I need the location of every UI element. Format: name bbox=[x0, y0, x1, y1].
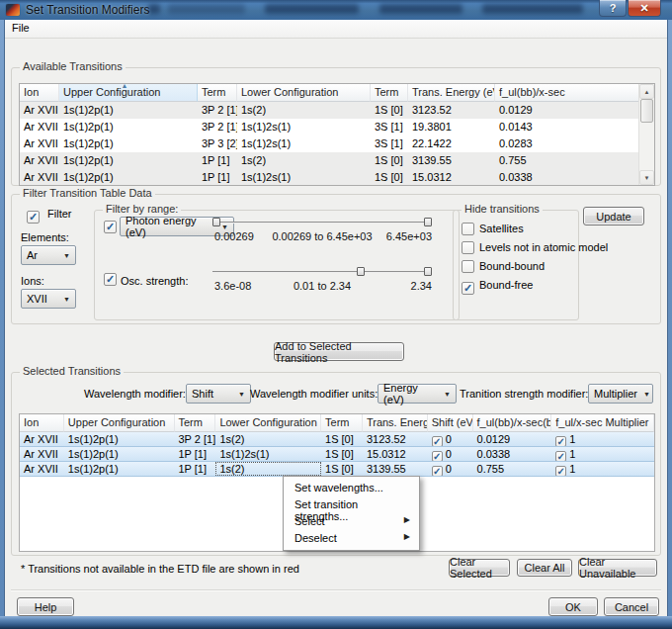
cancel-button[interactable]: Cancel bbox=[604, 597, 659, 616]
menubar: File bbox=[5, 20, 667, 39]
table-cell: 1s(1)2p(1) bbox=[59, 135, 198, 152]
table-cell: 1s(2) bbox=[215, 432, 321, 446]
checkbox-icon[interactable]: ✓ bbox=[104, 221, 117, 233]
titlebar-close-button[interactable]: ✕ bbox=[628, 0, 661, 17]
table-row[interactable]: Ar XVII1s(1)2p(1)3P 2 [1]1s(2)1S [0]3123… bbox=[20, 432, 654, 447]
table-row[interactable]: Ar XVII1s(1)2p(1)1P [1]1s(2)1S [0]3139.5… bbox=[20, 152, 654, 169]
table-cell: Ar XVII bbox=[20, 102, 59, 119]
checkbox-icon[interactable] bbox=[462, 241, 474, 254]
ok-button[interactable]: OK bbox=[548, 597, 598, 616]
available-column-header[interactable]: Term bbox=[371, 84, 408, 102]
selected-column-header[interactable]: Shift (eV) bbox=[428, 414, 473, 432]
context-menu-item[interactable]: Set transition strengths... bbox=[285, 496, 418, 513]
table-row[interactable]: Ar XVII1s(1)2p(1)3P 2 [1]1s(2)1S [0]3123… bbox=[20, 102, 654, 119]
multiplier-cell[interactable]: ✓ 1 bbox=[551, 447, 654, 461]
titlebar-help-button[interactable]: ? bbox=[599, 0, 627, 17]
hide-transitions-option[interactable]: Bound-bound bbox=[462, 260, 608, 279]
selected-column-header[interactable]: f_ul/x-sec Multiplier bbox=[551, 414, 654, 432]
filter-checkbox-row[interactable]: ✓ Filter bbox=[27, 208, 72, 224]
checkbox-label: Satellites bbox=[479, 223, 524, 234]
table-cell: 1s(1)2s(1) bbox=[237, 169, 371, 186]
strength-modifier-dropdown[interactable]: Multiplier ▼ bbox=[588, 384, 653, 404]
wavelength-units-dropdown[interactable]: Energy (eV) ▼ bbox=[378, 384, 457, 404]
hide-transitions-option[interactable]: Levels not in atomic model bbox=[462, 241, 608, 260]
available-column-header[interactable]: Term bbox=[198, 84, 237, 102]
selected-column-header[interactable]: Term bbox=[175, 414, 216, 432]
table-cell: 1s(2) bbox=[215, 462, 321, 476]
checkbox-icon[interactable]: ✓ bbox=[462, 282, 474, 295]
multiplier-cell[interactable]: ✓ 1 bbox=[551, 432, 654, 446]
multiplier-cell[interactable]: ✓ 1 bbox=[551, 462, 654, 476]
slider-handle-low[interactable] bbox=[212, 218, 220, 226]
table-cell: 1P [1] bbox=[198, 152, 237, 169]
clear-selected-button[interactable]: Clear Selected bbox=[449, 559, 510, 577]
scroll-up-icon[interactable]: ▲ bbox=[639, 84, 654, 99]
wavelength-modifier-dropdown[interactable]: Shift ▼ bbox=[186, 384, 251, 404]
available-column-header[interactable]: Lower Configuration bbox=[237, 84, 371, 102]
menu-item-label: Set transition strengths... bbox=[294, 498, 410, 513]
multiplier-value: 1 bbox=[566, 433, 575, 445]
update-button[interactable]: Update bbox=[583, 207, 644, 225]
shift-cell[interactable]: ✓ 0 bbox=[428, 447, 473, 461]
table-cell: Ar XVII bbox=[20, 152, 59, 169]
table-cell: 3123.52 bbox=[408, 102, 495, 119]
table-row[interactable]: Ar XVII1s(1)2p(1)1P [1]1s(2)1S [0]3139.5… bbox=[20, 462, 654, 477]
scroll-down-icon[interactable]: ▼ bbox=[639, 170, 654, 185]
checkbox-icon[interactable]: ✓ bbox=[555, 466, 566, 476]
slider-handle-high[interactable] bbox=[424, 218, 432, 226]
table-row[interactable]: Ar XVII1s(1)2p(1)1P [1]1s(1)2s(1)1S [0]1… bbox=[20, 447, 654, 462]
context-menu-item[interactable]: Select▶ bbox=[285, 513, 418, 530]
selected-column-header[interactable]: Trans. Energy bbox=[363, 414, 428, 432]
osc-strength-slider[interactable] bbox=[212, 267, 432, 277]
clear-unavailable-button[interactable]: Clear Unavailable bbox=[578, 559, 657, 577]
available-column-header[interactable]: f_ul(bb)/x-sec bbox=[495, 84, 640, 102]
selected-column-header[interactable]: Lower Configuration bbox=[215, 414, 321, 432]
checkbox-icon[interactable]: ✓ bbox=[104, 273, 117, 286]
ions-label: Ions: bbox=[21, 275, 44, 287]
available-column-header[interactable]: Upper Configuration▲ bbox=[59, 84, 198, 102]
hide-transitions-option[interactable]: ✓Bound-free bbox=[462, 279, 608, 298]
photon-energy-slider[interactable] bbox=[212, 218, 432, 227]
ions-value: XVII bbox=[27, 293, 47, 305]
available-column-header[interactable]: Trans. Energy (eV) bbox=[408, 84, 495, 102]
selected-column-header[interactable]: Upper Configuration bbox=[64, 414, 175, 432]
table-cell: 15.0312 bbox=[363, 447, 428, 461]
shift-cell[interactable]: ✓ 0 bbox=[428, 462, 473, 476]
available-column-header[interactable]: Ion bbox=[20, 84, 59, 102]
checkbox-icon[interactable]: ✓ bbox=[432, 436, 443, 446]
checkbox-icon[interactable]: ✓ bbox=[432, 466, 443, 476]
menu-file[interactable]: File bbox=[5, 20, 37, 38]
slider-handle-high[interactable] bbox=[424, 267, 432, 276]
elements-dropdown[interactable]: Ar ▼ bbox=[21, 245, 76, 265]
context-menu-item[interactable]: Set wavelengths... bbox=[285, 480, 418, 496]
context-menu-item[interactable]: Deselect▶ bbox=[285, 530, 418, 547]
selected-column-header[interactable]: f_ul(bb)/x-sec(bf) bbox=[473, 414, 552, 432]
scrollbar-thumb[interactable] bbox=[640, 99, 653, 123]
checkbox-icon[interactable]: ✓ bbox=[555, 451, 566, 461]
ions-dropdown[interactable]: XVII ▼ bbox=[21, 289, 76, 309]
help-button[interactable]: Help bbox=[17, 597, 74, 616]
chevron-down-icon: ▼ bbox=[637, 391, 650, 398]
shift-cell[interactable]: ✓ 0 bbox=[428, 432, 473, 446]
slider-handle-low[interactable] bbox=[357, 267, 365, 276]
selected-column-header[interactable]: Ion bbox=[20, 414, 64, 432]
elements-value: Ar bbox=[27, 249, 38, 261]
available-transitions-table[interactable]: IonUpper Configuration▲TermLower Configu… bbox=[19, 83, 655, 186]
strength-modifier-value: Multiplier bbox=[594, 388, 637, 400]
checkbox-icon[interactable]: ✓ bbox=[27, 211, 40, 224]
vertical-scrollbar[interactable]: ▲ ▼ bbox=[638, 84, 654, 185]
table-row[interactable]: Ar XVII1s(1)2p(1)3P 2 [1]1s(1)2s(1)3S [1… bbox=[20, 119, 654, 135]
checkbox-icon[interactable] bbox=[462, 260, 474, 273]
clear-all-button[interactable]: Clear All bbox=[517, 559, 572, 577]
add-to-selected-button[interactable]: Add to Selected Transitions bbox=[274, 342, 404, 361]
button-label: Update bbox=[596, 211, 630, 223]
checkbox-icon[interactable]: ✓ bbox=[555, 436, 566, 446]
checkbox-icon[interactable] bbox=[462, 223, 474, 235]
table-row[interactable]: Ar XVII1s(1)2p(1)3P 3 [2]1s(1)2s(1)3S [1… bbox=[20, 135, 654, 152]
selected-column-header[interactable]: Term bbox=[321, 414, 363, 432]
button-label: OK bbox=[565, 601, 581, 613]
checkbox-icon[interactable]: ✓ bbox=[432, 451, 443, 461]
table-row[interactable]: Ar XVII1s(1)2p(1)1P [1]1s(1)2s(1)1S [0]1… bbox=[20, 169, 654, 186]
table-cell: 1s(1)2p(1) bbox=[64, 432, 175, 446]
titlebar[interactable]: Set Transition Modifiers ? ✕ bbox=[0, 0, 672, 20]
